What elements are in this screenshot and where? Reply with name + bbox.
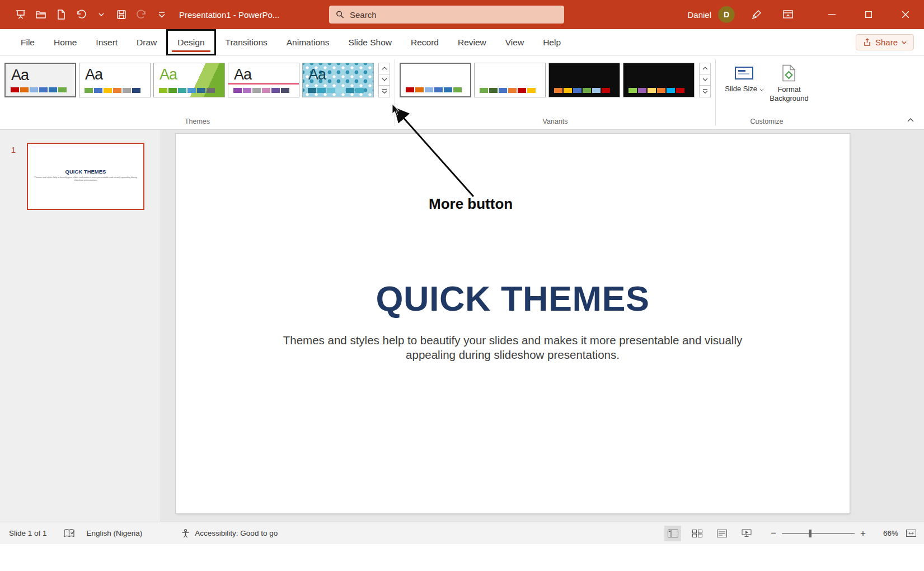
theme-thumbnail-2[interactable]: Aa [79,63,151,97]
format-background-button[interactable]: Format Background [770,63,809,104]
theme-swatches [233,88,289,93]
titlebar-right: Daniel D [687,0,924,29]
variant-swatches [406,87,462,92]
ribbon-tab-row: File Home Insert Draw Design Transitions… [0,29,924,56]
collapse-ribbon-button[interactable] [904,115,917,125]
search-icon [336,10,344,19]
share-button[interactable]: Share [856,34,914,50]
redo-icon [135,8,148,21]
variants-more-button[interactable] [699,86,711,97]
normal-view-button[interactable] [664,526,681,541]
variant-swatches [480,88,536,93]
theme-preview-text: Aa [308,66,326,83]
slide-size-dropdown-icon [759,88,764,91]
themes-more-button[interactable] [378,86,390,97]
theme-accent-line [228,83,299,85]
customize-group: Slide Size Format Background Customize [716,56,818,129]
slide-indicator[interactable]: Slide 1 of 1 [9,529,47,537]
variant-swatches [628,88,684,93]
tab-draw[interactable]: Draw [127,29,166,55]
theme-preview-text: Aa [85,66,102,83]
close-button[interactable] [887,0,924,29]
theme-thumbnail-4[interactable]: Aa [228,63,299,97]
start-slideshow-icon[interactable] [15,8,27,21]
tab-design[interactable]: Design [166,29,215,55]
themes-group-label: Themes [0,118,395,129]
slide-size-icon [734,64,754,81]
slide-size-button[interactable]: Slide Size [725,63,764,93]
theme-swatches [159,88,215,93]
maximize-button[interactable] [850,0,887,29]
variants-scroll-up-button[interactable] [699,63,711,74]
theme-thumbnail-5[interactable]: Aa [302,63,374,97]
spell-check-icon[interactable] [64,529,76,538]
open-file-icon[interactable] [35,8,47,21]
tab-review[interactable]: Review [448,29,496,55]
tab-slide-show[interactable]: Slide Show [339,29,401,55]
quick-access-toolbar [0,8,179,21]
slide-sorter-view-button[interactable] [689,526,706,541]
zoom-level[interactable]: 66% [875,529,898,537]
slide-body-text[interactable]: Themes and styles help to beautify your … [269,333,756,362]
save-icon[interactable] [115,8,128,21]
ribbon-display-options-icon[interactable] [782,8,794,21]
powerpoint-window: Presentation1 - PowerPo... Daniel D [0,0,924,571]
language-indicator[interactable]: English (Nigeria) [87,529,143,537]
tab-transitions[interactable]: Transitions [216,29,277,55]
search-box[interactable] [329,6,564,24]
zoom-out-button[interactable]: − [767,528,780,539]
theme-thumbnail-3[interactable]: Aa [153,63,225,97]
accessibility-icon[interactable] [181,529,190,538]
customize-group-label: Customize [716,118,818,129]
reading-view-button[interactable] [714,526,730,541]
undo-icon[interactable] [75,8,87,21]
zoom-in-button[interactable]: + [857,528,869,539]
variant-thumbnail-4[interactable] [623,63,695,97]
variants-group: Variants [395,56,715,129]
zoom-slider-thumb[interactable] [809,530,812,537]
avatar[interactable]: D [718,6,735,23]
theme-swatches [308,88,364,93]
theme-thumbnail-1[interactable]: Aa [4,63,76,97]
slide-editing-area[interactable]: QUICK THEMES Themes and styles help to b… [176,134,850,513]
themes-scroll-up-button[interactable] [378,63,390,74]
themes-scroll-down-button[interactable] [378,74,390,86]
user-name[interactable]: Daniel [687,10,711,20]
document-title: Presentation1 - PowerPo... [179,10,313,20]
variants-scroll-down-button[interactable] [699,74,711,86]
title-bar: Presentation1 - PowerPo... Daniel D [0,0,924,29]
variants-gallery-scroll [699,63,711,97]
zoom-slider[interactable] [782,533,855,534]
theme-preview-text: Aa [11,67,29,84]
tab-help[interactable]: Help [533,29,570,55]
tab-view[interactable]: View [496,29,533,55]
new-file-icon[interactable] [55,8,67,21]
slide-title-text[interactable]: QUICK THEMES [376,278,649,319]
share-dropdown-icon [902,41,907,44]
variants-group-label: Variants [395,118,715,129]
themes-group: Aa Aa Aa Aa Aa [0,56,395,129]
thumbnail-title: QUICK THEMES [28,169,143,175]
customize-qat-icon[interactable] [156,8,168,21]
tab-home[interactable]: Home [44,29,86,55]
theme-swatches [11,87,67,92]
theme-preview-text: Aa [234,66,251,83]
minimize-button[interactable] [813,0,850,29]
ribbon: Aa Aa Aa Aa Aa [0,56,924,130]
tab-animations[interactable]: Animations [277,29,339,55]
accessibility-status[interactable]: Accessibility: Good to go [195,529,278,537]
tab-record[interactable]: Record [401,29,448,55]
undo-dropdown-icon[interactable] [95,8,107,21]
themes-gallery-scroll [378,63,390,97]
search-input[interactable] [350,10,557,20]
variant-thumbnail-3[interactable] [548,63,620,97]
tab-file[interactable]: File [11,29,44,55]
slide-thumbnail[interactable]: QUICK THEMES Themes and styles help to b… [27,143,144,210]
slide-canvas: QUICK THEMES Themes and styles help to b… [161,130,924,522]
fit-slide-to-window-button[interactable] [906,530,916,537]
variant-thumbnail-1[interactable] [400,63,471,97]
slide-show-view-button[interactable] [738,526,755,541]
tab-insert[interactable]: Insert [86,29,127,55]
inking-pen-icon[interactable] [751,8,763,21]
variant-thumbnail-2[interactable] [474,63,546,97]
